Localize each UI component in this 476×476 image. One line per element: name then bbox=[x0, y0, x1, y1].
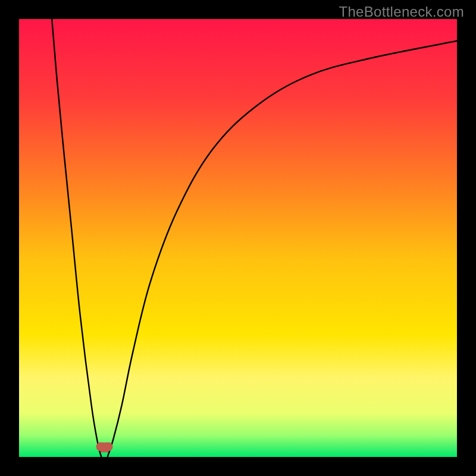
curve-right-branch bbox=[108, 41, 457, 457]
watermark-text: TheBottleneck.com bbox=[339, 4, 464, 20]
curve-layer bbox=[19, 19, 457, 457]
plot-area bbox=[19, 19, 457, 457]
curve-left-branch bbox=[52, 19, 101, 457]
svg-rect-3 bbox=[101, 447, 108, 453]
chart-frame: TheBottleneck.com bbox=[0, 0, 476, 476]
